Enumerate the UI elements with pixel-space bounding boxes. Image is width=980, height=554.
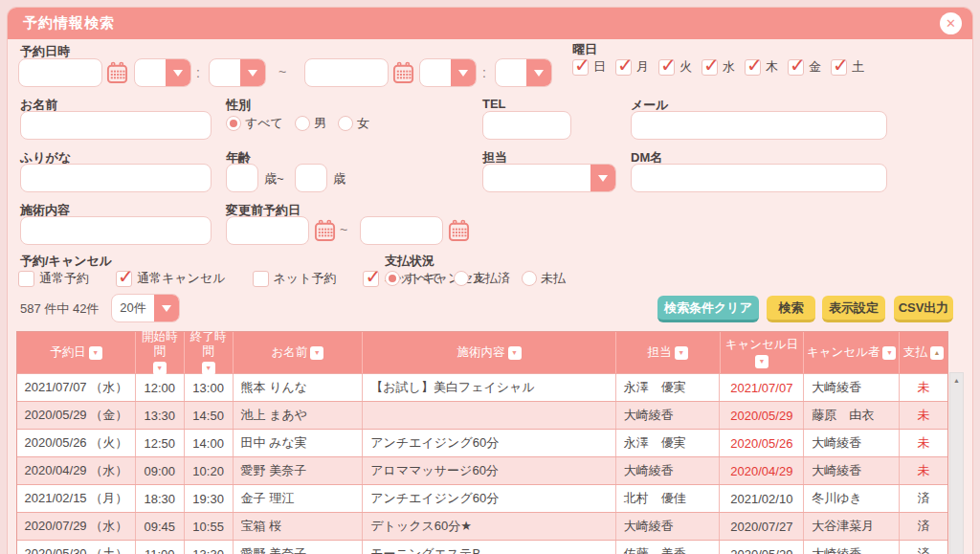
weekday-checkbox-6[interactable]: 土 xyxy=(831,58,864,76)
reserve-cancel-checkbox-0[interactable]: 通常予約 xyxy=(18,270,89,287)
col-header-4[interactable]: 施術内容▼ xyxy=(363,332,615,373)
hour-to-select[interactable] xyxy=(419,58,477,87)
table-row[interactable]: 2020/05/30 （土）11:0013:30愛野 美奈子モーニングエステB佐… xyxy=(17,540,947,554)
cell-start: 13:30 xyxy=(136,402,185,429)
checkbox-icon xyxy=(615,59,632,76)
sort-up-icon: ▲ xyxy=(930,346,944,360)
weekday-checkbox-4[interactable]: 木 xyxy=(745,58,778,76)
dm-name-input[interactable] xyxy=(631,164,887,192)
treatment-input[interactable] xyxy=(20,216,212,245)
table-row[interactable]: 2021/02/15 （月）18:3019:30金子 理江アンチエイジング60分… xyxy=(17,484,947,512)
gender-radio-0[interactable]: すべて xyxy=(226,115,283,132)
cell-treatment: 【お試し】美白フェイシャル xyxy=(363,374,615,401)
payment-status-radio-1[interactable]: 支払済 xyxy=(454,270,510,287)
cell-canceller: 大崎綾香 xyxy=(804,374,900,401)
checkbox-icon xyxy=(116,271,132,287)
cell-canceller: 藤原 由衣 xyxy=(804,402,900,429)
gender-radio-1[interactable]: 男 xyxy=(295,115,326,132)
page-size-select[interactable]: 20件 xyxy=(111,294,180,322)
weekday-checkbox-1[interactable]: 月 xyxy=(615,58,649,76)
cell-staff: 佐藤 美香 xyxy=(616,541,721,554)
table-row[interactable]: 2021/07/07 （水）12:0013:00熊本 りんな【お試し】美白フェイ… xyxy=(17,373,947,401)
sort-down-icon: ▼ xyxy=(89,346,102,360)
minute-from-select[interactable] xyxy=(209,58,266,87)
table-row[interactable]: 2020/04/29 （水）09:0010:20愛野 美奈子アロママッサージ60… xyxy=(17,456,947,484)
minute-to-select[interactable] xyxy=(495,58,552,87)
mail-input[interactable] xyxy=(631,111,887,140)
tilde-separator: ~ xyxy=(278,64,286,79)
column-label: お名前 xyxy=(272,345,308,360)
table-row[interactable]: 2020/07/29 （水）09:4510:55宝箱 桜デトックス60分★大崎綾… xyxy=(17,512,947,540)
previous-date-to-input[interactable] xyxy=(360,216,443,245)
search-button[interactable]: 検索 xyxy=(767,296,815,322)
cell-payment: 済 xyxy=(900,541,947,554)
col-header-7[interactable]: キャンセル者▼ xyxy=(804,332,900,373)
radio-icon xyxy=(454,271,469,286)
col-header-5[interactable]: 担当▼ xyxy=(616,332,721,373)
cell-cancel_date: 2020/04/29 xyxy=(720,457,804,484)
age-from-input[interactable] xyxy=(226,164,258,192)
sort-down-icon: ▼ xyxy=(310,346,323,360)
cell-treatment: アンチエイジング60分 xyxy=(363,430,615,456)
dialog-title: 予約情報検索 xyxy=(23,14,115,33)
date-from-input[interactable] xyxy=(18,58,102,87)
hour-to-value xyxy=(420,59,451,86)
col-header-0[interactable]: 予約日▼ xyxy=(17,332,136,373)
date-to-input[interactable] xyxy=(304,58,389,87)
cell-date: 2021/07/07 （水） xyxy=(17,374,136,401)
csv-export-button[interactable]: CSV出力 xyxy=(894,296,953,322)
calendar-icon[interactable] xyxy=(448,219,470,242)
cell-payment: 未 xyxy=(900,457,947,484)
gender-radio-2[interactable]: 女 xyxy=(338,115,369,132)
cell-treatment: モーニングエステB xyxy=(363,541,615,554)
chevron-down-icon xyxy=(166,59,190,86)
weekday-group: 日月火水木金土 xyxy=(572,58,864,76)
age-to-input[interactable] xyxy=(295,164,327,192)
close-button[interactable]: ✕ xyxy=(940,12,962,34)
display-settings-button[interactable]: 表示設定 xyxy=(822,296,885,322)
table-scrollbar[interactable]: ▲ xyxy=(949,372,964,554)
calendar-icon[interactable] xyxy=(106,61,128,84)
cell-payment: 未 xyxy=(900,430,947,456)
furigana-input[interactable] xyxy=(20,164,212,192)
hour-from-select[interactable] xyxy=(134,58,191,87)
col-header-3[interactable]: お名前▼ xyxy=(234,332,364,373)
reserve-cancel-checkbox-2[interactable]: ネット予約 xyxy=(253,270,337,287)
staff-select[interactable] xyxy=(482,164,616,192)
sort-down-icon: ▼ xyxy=(508,346,522,360)
previous-date-from-input[interactable] xyxy=(226,216,309,245)
weekday-checkbox-5[interactable]: 金 xyxy=(788,58,821,76)
cell-payment: 済 xyxy=(900,485,947,512)
weekday-checkbox-0[interactable]: 日 xyxy=(572,58,606,76)
payment-status-group: すべて支払済未払 xyxy=(385,270,566,287)
col-header-2[interactable]: 終了時間▼ xyxy=(185,332,234,373)
column-label: 開始時間 xyxy=(138,330,182,359)
tel-input[interactable] xyxy=(482,111,571,140)
tel-label: TEL xyxy=(482,97,506,111)
reserve-cancel-checkbox-1[interactable]: 通常キャンセル xyxy=(116,270,226,287)
col-header-1[interactable]: 開始時間▼ xyxy=(136,332,185,373)
name-input[interactable] xyxy=(20,111,212,140)
column-label: 支払 xyxy=(903,345,927,360)
cell-date: 2020/04/29 （水） xyxy=(17,457,136,484)
payment-status-radio-2[interactable]: 未払 xyxy=(522,270,566,287)
cell-staff: 大崎綾香 xyxy=(616,402,721,429)
table-row[interactable]: 2020/05/29 （金）13:3014:50池上 まあや大崎綾香2020/0… xyxy=(17,401,947,429)
table-row[interactable]: 2020/05/26 （火）12:5014:00田中 みな実アンチエイジング60… xyxy=(17,429,947,456)
radio-icon xyxy=(385,271,400,286)
checkbox-label: 土 xyxy=(852,58,864,76)
weekday-checkbox-3[interactable]: 水 xyxy=(702,58,735,76)
cell-name: 宝箱 桜 xyxy=(234,513,364,540)
weekday-checkbox-2[interactable]: 火 xyxy=(658,58,692,76)
col-header-6[interactable]: キャンセル日▼ xyxy=(721,332,805,373)
col-header-8[interactable]: 支払▲ xyxy=(900,332,947,373)
calendar-icon[interactable] xyxy=(314,219,336,242)
cell-date: 2020/05/29 （金） xyxy=(17,402,136,429)
cell-start: 09:45 xyxy=(136,513,185,540)
clear-search-button[interactable]: 検索条件クリア xyxy=(657,296,759,322)
payment-status-radio-0[interactable]: すべて xyxy=(385,270,442,287)
calendar-icon[interactable] xyxy=(392,61,414,84)
radio-label: 女 xyxy=(357,115,369,132)
cell-start: 09:00 xyxy=(136,457,185,484)
payment-status-label: 支払状況 xyxy=(385,253,434,270)
